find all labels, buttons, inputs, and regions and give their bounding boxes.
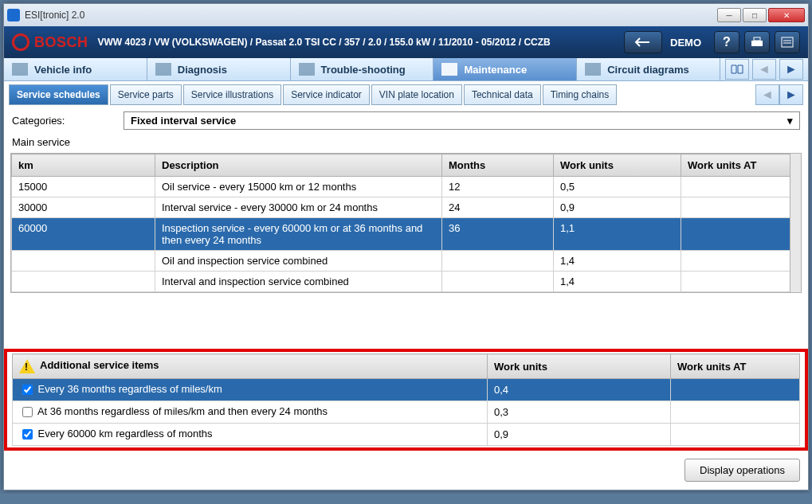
window-title: ESI[tronic] 2.0 xyxy=(25,10,84,21)
cell-wuat xyxy=(681,272,801,292)
col-additional-items[interactable]: Additional service items xyxy=(13,354,488,379)
select-value: Fixed interval service xyxy=(131,115,236,127)
cell-wu: 0,3 xyxy=(488,401,671,424)
table-row[interactable]: Interval and inspection service combined… xyxy=(12,272,801,292)
table-row[interactable]: Oil and inspection service combined1,4 xyxy=(12,251,801,272)
tab-circuit-diagrams[interactable]: Circuit diagrams xyxy=(577,58,720,80)
item-desc: Every 36 months regardless of miles/km xyxy=(35,383,222,395)
subtab-service-parts[interactable]: Service parts xyxy=(110,84,182,105)
chevron-down-icon: ▾ xyxy=(787,115,793,127)
cell-desc: Interval and inspection service combined xyxy=(155,272,442,292)
cell-km: 60000 xyxy=(12,218,155,251)
cell-desc: Interval service - every 30000 km or 24 … xyxy=(155,197,442,218)
tab-vehicle-info[interactable]: Vehicle info xyxy=(4,58,147,80)
cell-months xyxy=(442,272,554,292)
tab-troubleshooting[interactable]: Trouble-shooting xyxy=(291,58,434,80)
col-add-work-units[interactable]: Work units xyxy=(488,354,671,379)
svg-rect-0 xyxy=(751,41,763,46)
maintenance-icon xyxy=(441,63,457,76)
print-button[interactable] xyxy=(744,31,770,53)
cell-wu: 1,4 xyxy=(554,272,681,292)
demo-label: DEMO xyxy=(670,37,701,49)
subtab-timing-chains[interactable]: Timing chains xyxy=(543,84,618,105)
tab-label: Vehicle info xyxy=(34,64,92,76)
car-info-icon xyxy=(12,63,28,76)
tab-diagnosis[interactable]: Diagnosis xyxy=(147,58,291,80)
additional-row[interactable]: At 36 months regardless of miles/km and … xyxy=(13,401,800,424)
categories-label: Categories: xyxy=(12,115,124,127)
page-prev-button[interactable]: ◄ xyxy=(752,59,776,80)
cell-desc: At 36 months regardless of miles/km and … xyxy=(13,401,488,424)
brand-label: BOSCH xyxy=(34,34,88,51)
item-checkbox[interactable] xyxy=(22,429,33,440)
categories-select[interactable]: Fixed interval service ▾ xyxy=(124,111,800,130)
app-window: ESI[tronic] 2.0 ─ □ ✕ BOSCH VWW 4023 / V… xyxy=(3,3,809,490)
col-description[interactable]: Description xyxy=(155,154,442,177)
cell-desc: Every 60000 km regardless of months xyxy=(13,424,488,446)
page-next-button[interactable]: ► xyxy=(779,59,803,80)
main-tabs: Vehicle info Diagnosis Trouble-shooting … xyxy=(4,58,808,81)
main-service-label: Main service xyxy=(4,136,808,153)
item-checkbox[interactable] xyxy=(22,385,33,395)
grid-scrollbar[interactable] xyxy=(790,154,801,292)
subtab-next-button[interactable]: ► xyxy=(779,84,803,105)
col-km[interactable]: km xyxy=(12,154,155,177)
tab-label: Circuit diagrams xyxy=(607,64,689,76)
item-checkbox[interactable] xyxy=(22,407,33,417)
cell-months: 12 xyxy=(442,177,554,197)
troubleshoot-icon xyxy=(299,63,315,76)
subtab-service-indicator[interactable]: Service indicator xyxy=(283,84,370,105)
item-desc: At 36 months regardless of miles/km and … xyxy=(35,405,328,417)
book-icon xyxy=(730,64,744,75)
table-row[interactable]: 30000Interval service - every 30000 km o… xyxy=(12,197,801,218)
table-row[interactable]: 60000Inspection service - every 60000 km… xyxy=(12,218,801,251)
menu-button[interactable] xyxy=(775,31,800,53)
col-add-work-units-at[interactable]: Work units AT xyxy=(671,354,800,379)
additional-row[interactable]: Every 36 months regardless of miles/km0,… xyxy=(13,379,800,401)
cell-wuat xyxy=(681,177,801,197)
tab-label: Trouble-shooting xyxy=(321,64,406,76)
footer: Display operations xyxy=(4,451,808,490)
menu-icon xyxy=(780,36,794,49)
col-label: Additional service items xyxy=(40,359,159,371)
close-button[interactable]: ✕ xyxy=(768,8,805,22)
maximize-button[interactable]: □ xyxy=(743,8,767,22)
subtab-service-illustrations[interactable]: Service illustrations xyxy=(183,84,281,105)
subtab-vin-plate[interactable]: VIN plate location xyxy=(371,84,462,105)
vehicle-string: VWW 4023 / VW (VOLKSWAGEN) / Passat 2.0 … xyxy=(98,37,551,48)
minimize-button[interactable]: ─ xyxy=(717,8,741,22)
back-arrow-icon xyxy=(632,36,654,49)
additional-items-grid: Additional service items Work units Work… xyxy=(12,354,800,446)
svg-rect-1 xyxy=(754,37,760,41)
diagnosis-icon xyxy=(155,63,171,76)
cell-desc: Oil service - every 15000 km or 12 month… xyxy=(155,177,442,197)
cell-wuat xyxy=(681,251,801,272)
main-service-grid: km Description Months Work units Work un… xyxy=(10,153,802,293)
cell-wuat xyxy=(681,218,801,251)
circuit-icon xyxy=(585,63,601,76)
cell-wuat xyxy=(671,401,800,424)
cell-wuat xyxy=(681,197,801,218)
cell-km: 30000 xyxy=(12,197,155,218)
col-work-units[interactable]: Work units xyxy=(554,154,681,177)
col-work-units-at[interactable]: Work units AT xyxy=(681,154,801,177)
nav-back-button[interactable] xyxy=(624,31,662,53)
subtab-technical-data[interactable]: Technical data xyxy=(464,84,541,105)
printer-icon xyxy=(750,36,764,49)
additional-row[interactable]: Every 60000 km regardless of months0,9 xyxy=(13,424,800,446)
title-bar: ESI[tronic] 2.0 ─ □ ✕ xyxy=(4,4,808,26)
subtab-service-schedules[interactable]: Service schedules xyxy=(9,84,108,105)
display-operations-button[interactable]: Display operations xyxy=(685,459,800,482)
warning-icon xyxy=(19,359,35,373)
table-row[interactable]: 15000Oil service - every 15000 km or 12 … xyxy=(12,177,801,197)
tab-maintenance[interactable]: Maintenance xyxy=(433,58,577,80)
book-view-button[interactable] xyxy=(725,59,749,80)
subtab-prev-button[interactable]: ◄ xyxy=(755,84,779,105)
cell-desc: Inspection service - every 60000 km or a… xyxy=(155,218,442,251)
tab-label: Diagnosis xyxy=(178,64,227,76)
cell-wu: 0,4 xyxy=(488,379,671,401)
cell-km: 15000 xyxy=(12,177,155,197)
cell-months xyxy=(442,251,554,272)
col-months[interactable]: Months xyxy=(442,154,554,177)
help-button[interactable]: ? xyxy=(714,31,739,53)
